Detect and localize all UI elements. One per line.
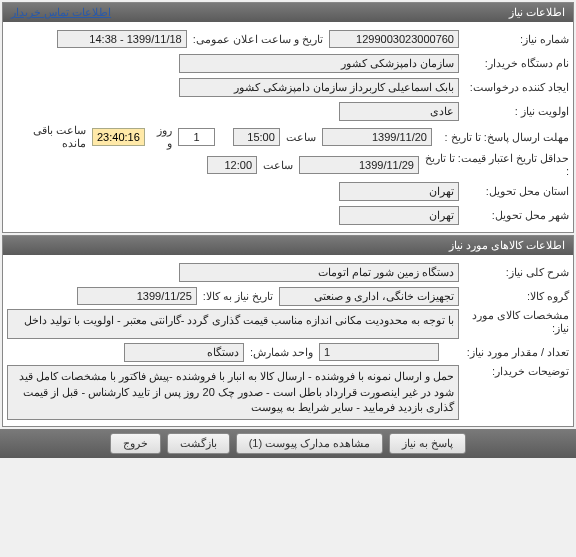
buyer-notes-field: حمل و ارسال نمونه با فروشنده - ارسال کال… — [7, 365, 459, 419]
request-no-field: 1299003023000760 — [329, 30, 459, 48]
delivery-province-field: تهران — [339, 182, 459, 201]
public-date-field: 1399/11/18 - 14:38 — [57, 30, 187, 48]
min-valid-time-field: 12:00 — [207, 156, 257, 174]
unit-field: دستگاه — [124, 343, 244, 362]
buyer-contact-link[interactable]: اطلاعات تماس خریدار — [11, 6, 111, 19]
delivery-province-label: استان محل تحویل: — [459, 185, 569, 198]
priority-label: اولویت نیاز : — [459, 105, 569, 118]
delivery-city-field: تهران — [339, 206, 459, 225]
delivery-city-label: شهر محل تحویل: — [459, 209, 569, 222]
panel-header-1: اطلاعات نیاز اطلاعات تماس خریدار — [3, 3, 573, 22]
panel-title-1: اطلاعات نیاز — [509, 6, 565, 19]
exit-button[interactable]: خروج — [110, 433, 161, 454]
days-label: روز و — [145, 124, 178, 150]
remaining-label: ساعت باقی مانده — [7, 124, 92, 150]
group-label: گروه کالا: — [459, 290, 569, 303]
specs-field: با توجه به محدودیت مکانی اندازه مناسب قی… — [7, 309, 459, 339]
public-date-label: تاریخ و ساعت اعلان عمومی: — [187, 33, 329, 46]
requester-label: ایجاد کننده درخواست: — [459, 81, 569, 94]
group-field: تجهیزات خانگی، اداری و صنعتی — [279, 287, 459, 306]
days-field: 1 — [178, 128, 215, 146]
request-info-panel: اطلاعات نیاز اطلاعات تماس خریدار شماره ن… — [2, 2, 574, 233]
general-desc-field: دستگاه زمین شور تمام اتومات — [179, 263, 459, 282]
unit-label: واحد شمارش: — [244, 346, 319, 359]
priority-field: عادی — [339, 102, 459, 121]
requester-field: بابک اسماعیلی کاربرداز سازمان دامپزشکی ک… — [179, 78, 459, 97]
remaining-time: 23:40:16 — [92, 128, 145, 146]
deadline-label: مهلت ارسال پاسخ: تا تاریخ : — [432, 131, 569, 144]
panel-title-2: اطلاعات کالاهای مورد نیاز — [449, 239, 565, 252]
back-button[interactable]: بازگشت — [167, 433, 230, 454]
need-to-label: تاریخ نیاز به کالا: — [197, 290, 279, 303]
time-label-2: ساعت — [257, 159, 299, 172]
need-to-field: 1399/11/25 — [77, 287, 197, 305]
org-field: سازمان دامپزشکی کشور — [179, 54, 459, 73]
deadline-date-field: 1399/11/20 — [322, 128, 432, 146]
min-valid-date-field: 1399/11/29 — [299, 156, 419, 174]
buyer-notes-label: توضیحات خریدار: — [459, 365, 569, 378]
deadline-time-field: 15:00 — [233, 128, 279, 146]
specs-label: مشخصات کالای مورد نیاز: — [459, 309, 569, 335]
qty-field: 1 — [319, 343, 439, 361]
panel-header-2: اطلاعات کالاهای مورد نیاز — [3, 236, 573, 255]
min-valid-label: حداقل تاریخ اعتبار قیمت: تا تاریخ : — [419, 152, 569, 178]
view-docs-button[interactable]: مشاهده مدارک پیوست (1) — [236, 433, 384, 454]
org-label: نام دستگاه خریدار: — [459, 57, 569, 70]
time-label-1: ساعت — [280, 131, 322, 144]
general-desc-label: شرح کلی نیاز: — [459, 266, 569, 279]
request-no-label: شماره نیاز: — [459, 33, 569, 46]
footer-bar: پاسخ به نیاز مشاهده مدارک پیوست (1) بازگ… — [0, 429, 576, 458]
goods-info-panel: اطلاعات کالاهای مورد نیاز شرح کلی نیاز: … — [2, 235, 574, 426]
qty-label: تعداد / مقدار مورد نیاز: — [439, 346, 569, 359]
reply-button[interactable]: پاسخ به نیاز — [389, 433, 466, 454]
